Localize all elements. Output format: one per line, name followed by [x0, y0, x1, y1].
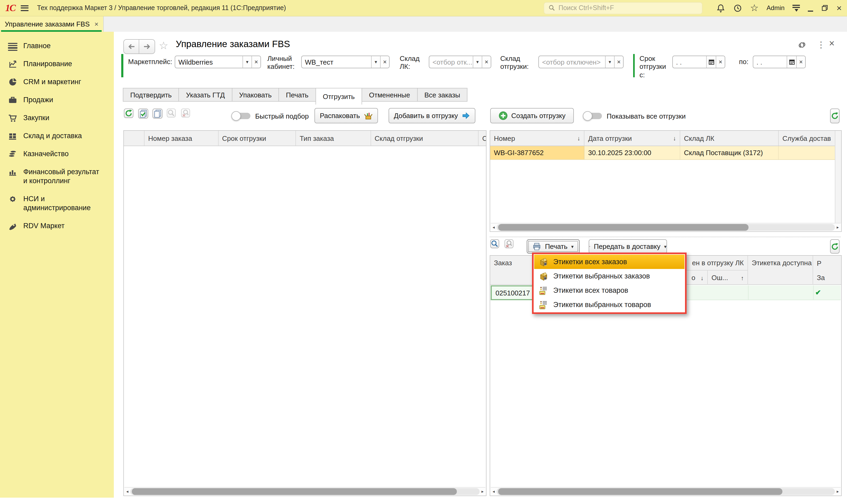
scroll-left-icon[interactable]: ◂: [124, 489, 130, 494]
favorites-star-icon[interactable]: ☆: [750, 3, 759, 13]
scroll-right-icon[interactable]: ▸: [835, 489, 841, 494]
clear-icon[interactable]: ×: [716, 56, 725, 68]
quick-pick-toggle[interactable]: [231, 111, 250, 121]
so-col-r[interactable]: Р: [813, 256, 841, 271]
workspace-tab-orders-fbs[interactable]: Управление заказами FBS ×: [0, 16, 104, 32]
orders-table-empty-body[interactable]: [124, 146, 486, 480]
shipment-number-cell[interactable]: WB-GI-3877652: [490, 146, 584, 159]
so-col-label-available[interactable]: Этикетка доступна: [748, 256, 813, 285]
orders-col-warehouse[interactable]: Склад отгрузки: [371, 131, 479, 146]
copy-rows-button[interactable]: [152, 109, 163, 119]
marketplace-combo[interactable]: Wildberries ▾ ×: [175, 56, 261, 68]
shipments-vscrollbar[interactable]: [835, 131, 841, 223]
chevron-down-icon[interactable]: ▾: [473, 56, 482, 68]
unpack-button[interactable]: Распаковать: [314, 108, 378, 123]
current-user[interactable]: Admin: [767, 4, 785, 12]
shipment-row[interactable]: WB-GI-3877652 30.10.2025 23:00:00 Склад …: [490, 146, 835, 160]
cancel-search-button[interactable]: [181, 109, 190, 118]
tab-confirm[interactable]: Подтвердить: [123, 88, 179, 102]
sidebar-item-warehouse[interactable]: Склад и доставка: [0, 127, 114, 145]
date-to-field[interactable]: . . ×: [753, 56, 806, 68]
tab-all-orders[interactable]: Все заказы: [417, 88, 467, 102]
clear-icon[interactable]: ×: [482, 56, 491, 68]
calendar-icon[interactable]: [787, 56, 796, 68]
chevron-down-icon[interactable]: ▾: [242, 56, 251, 68]
sidebar-item-crm[interactable]: CRM и маркетинг: [0, 73, 114, 91]
refresh-button[interactable]: [124, 109, 133, 118]
get-link-icon[interactable]: [797, 40, 807, 50]
tab-gtd[interactable]: Указать ГТД: [179, 88, 232, 102]
notifications-bell-icon[interactable]: [716, 3, 725, 13]
so-col-sub-za[interactable]: За: [813, 271, 841, 285]
sidebar-item-planning[interactable]: Планирование: [0, 55, 114, 73]
shipments-col-date[interactable]: Дата отгрузки ↓: [584, 131, 680, 146]
refresh-shipment-orders-button[interactable]: [830, 239, 840, 254]
refresh-shipments-button[interactable]: [830, 109, 840, 123]
add-to-shipment-button[interactable]: Добавить в отгрузку: [389, 108, 475, 123]
forward-button[interactable]: [139, 40, 155, 53]
so-col-sub-err[interactable]: Ош... ↑: [708, 271, 748, 285]
shipment-warehouse-cell[interactable]: Склад Поставщик (3172): [680, 146, 779, 159]
tab-pack[interactable]: Упаковать: [232, 88, 279, 102]
favorite-page-star-icon[interactable]: ☆: [159, 39, 168, 52]
shipments-col-warehouse-lk[interactable]: Склад ЛК: [680, 131, 779, 146]
shipments-col-delivery[interactable]: Служба достав: [779, 131, 835, 146]
sidebar-item-main[interactable]: Главное: [0, 37, 114, 55]
sidebar-item-admin[interactable]: НСИ и администрирование: [0, 190, 114, 217]
shipment-orders-hscrollbar[interactable]: ◂ ▸: [491, 487, 841, 495]
orders-col-number[interactable]: Номер заказа: [145, 131, 218, 146]
user-menu-icon[interactable]: [792, 4, 800, 12]
tab-cancelled[interactable]: Отмененные: [362, 88, 417, 102]
date-from-field[interactable]: . . ×: [672, 56, 725, 68]
search-orders-button[interactable]: [490, 239, 499, 248]
account-combo[interactable]: WB_тест ▾ ×: [301, 56, 390, 68]
chevron-down-icon[interactable]: ▾: [605, 56, 614, 68]
cancel-search-orders-button[interactable]: [504, 239, 513, 248]
history-icon[interactable]: [733, 3, 742, 13]
shipment-delivery-cell[interactable]: [779, 146, 835, 159]
set-flags-button[interactable]: [138, 109, 148, 119]
print-button[interactable]: Печать ▾: [527, 239, 580, 254]
tab-print[interactable]: Печать: [278, 88, 316, 102]
menu-item-labels-all-products[interactable]: Этикетки всех товаров: [534, 283, 684, 298]
tab-ship[interactable]: Отгрузить: [315, 88, 362, 105]
shipment-date-cell[interactable]: 30.10.2025 23:00:00: [584, 146, 680, 159]
menu-item-labels-all-orders[interactable]: Этикетки всех заказов: [534, 255, 684, 269]
clear-icon[interactable]: ×: [251, 56, 260, 68]
sidebar-item-finance[interactable]: Финансовый результат и контроллинг: [0, 163, 114, 190]
workspace-tab-close-icon[interactable]: ×: [94, 20, 98, 28]
warehouse-lk-combo[interactable]: <отбор отк... ▾ ×: [429, 56, 491, 68]
calendar-icon[interactable]: [706, 56, 716, 68]
scroll-right-icon[interactable]: ▸: [480, 489, 485, 494]
sidebar-item-treasury[interactable]: Казначейство: [0, 145, 114, 163]
warehouse-ship-combo[interactable]: <отбор отключен> ▾ ×: [538, 56, 624, 68]
show-all-shipments-toggle[interactable]: [583, 111, 602, 121]
shipments-col-number[interactable]: Номер ↓: [490, 131, 584, 146]
scroll-left-icon[interactable]: ◂: [491, 225, 497, 230]
scroll-left-icon[interactable]: ◂: [491, 489, 497, 494]
menu-item-labels-selected-products[interactable]: Этикетки выбранных товаров: [534, 298, 684, 312]
main-menu-icon[interactable]: [21, 5, 29, 11]
transfer-to-delivery-button[interactable]: Передать в доставку ▾: [589, 239, 667, 254]
orders-col-type[interactable]: Тип заказа: [296, 131, 371, 146]
search-button[interactable]: [167, 109, 176, 118]
close-page-icon[interactable]: ×: [829, 38, 834, 49]
global-search[interactable]: [544, 2, 702, 14]
global-search-input[interactable]: [558, 4, 698, 12]
minimize-button[interactable]: [808, 2, 813, 14]
restore-window-button[interactable]: [821, 4, 828, 12]
orders-col-select[interactable]: [124, 131, 145, 146]
shipments-hscrollbar[interactable]: ◂ ▸: [491, 223, 841, 231]
close-window-button[interactable]: ×: [836, 3, 842, 13]
more-actions-kebab-icon[interactable]: ⋮: [817, 40, 826, 50]
scroll-right-icon[interactable]: ▸: [835, 225, 841, 230]
orders-col-cut[interactable]: О: [479, 131, 486, 146]
clear-icon[interactable]: ×: [614, 56, 623, 68]
sidebar-item-rdv-market[interactable]: RDV Маркет: [0, 217, 114, 235]
clear-icon[interactable]: ×: [380, 56, 389, 68]
chevron-down-icon[interactable]: ▾: [371, 56, 380, 68]
orders-col-deadline[interactable]: Срок отгрузки: [218, 131, 296, 146]
sidebar-item-purchases[interactable]: Закупки: [0, 109, 114, 127]
menu-item-labels-selected-orders[interactable]: Этикетки выбранных заказов: [534, 269, 684, 283]
sidebar-item-sales[interactable]: Продажи: [0, 91, 114, 109]
